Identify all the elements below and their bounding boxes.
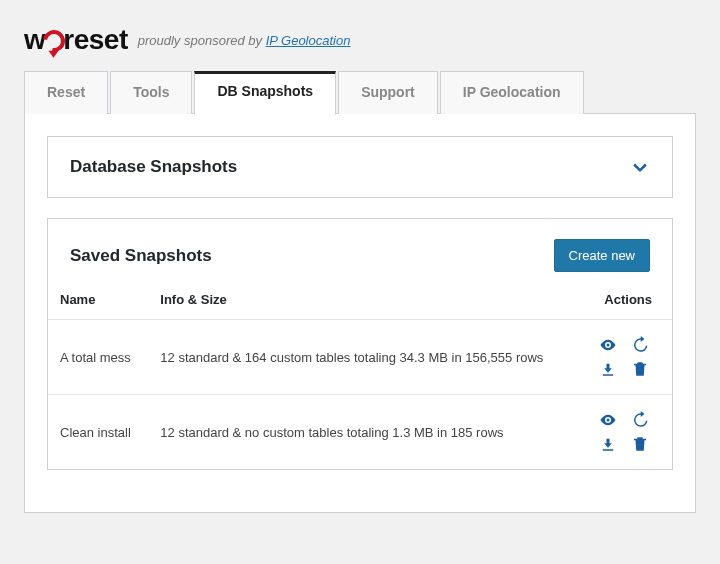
snapshot-info: 12 standard & no custom tables totaling …: [148, 395, 579, 470]
table-row: Clean install 12 standard & no custom ta…: [48, 395, 672, 470]
col-info: Info & Size: [148, 282, 579, 320]
tab-reset[interactable]: Reset: [24, 71, 108, 114]
saved-snapshots-header: Saved Snapshots Create new: [48, 219, 672, 282]
plugin-header: wreset proudly sponsored by IP Geolocati…: [24, 18, 696, 70]
create-new-button[interactable]: Create new: [554, 239, 650, 272]
trash-icon[interactable]: [631, 360, 649, 378]
snapshot-actions: [579, 395, 672, 470]
chevron-down-icon: [630, 157, 650, 177]
tab-bar: Reset Tools DB Snapshots Support IP Geol…: [24, 70, 696, 114]
col-actions: Actions: [579, 282, 672, 320]
snapshot-info: 12 standard & 164 custom tables totaling…: [148, 320, 579, 395]
restore-icon[interactable]: [631, 411, 649, 429]
tab-ip-geolocation[interactable]: IP Geolocation: [440, 71, 584, 114]
sponsor-link[interactable]: IP Geolocation: [266, 33, 351, 48]
table-row: A total mess 12 standard & 164 custom ta…: [48, 320, 672, 395]
restore-icon[interactable]: [631, 336, 649, 354]
trash-icon[interactable]: [631, 435, 649, 453]
snapshot-actions: [579, 320, 672, 395]
tab-tools[interactable]: Tools: [110, 71, 192, 114]
database-snapshots-title: Database Snapshots: [70, 157, 237, 177]
eye-icon[interactable]: [599, 411, 617, 429]
sponsor-text: proudly sponsored by IP Geolocation: [138, 33, 351, 48]
snapshot-name: Clean install: [48, 395, 148, 470]
eye-icon[interactable]: [599, 336, 617, 354]
snapshots-table: Name Info & Size Actions A total mess 12…: [48, 282, 672, 469]
tab-content: Database Snapshots Saved Snapshots Creat…: [24, 114, 696, 513]
snapshot-name: A total mess: [48, 320, 148, 395]
download-icon[interactable]: [599, 360, 617, 378]
tab-support[interactable]: Support: [338, 71, 438, 114]
database-snapshots-panel: Database Snapshots: [47, 136, 673, 198]
wpreset-logo: wreset: [24, 24, 128, 56]
tab-db-snapshots[interactable]: DB Snapshots: [194, 71, 336, 115]
saved-snapshots-panel: Saved Snapshots Create new Name Info & S…: [47, 218, 673, 470]
col-name: Name: [48, 282, 148, 320]
saved-snapshots-title: Saved Snapshots: [70, 246, 212, 266]
database-snapshots-header[interactable]: Database Snapshots: [48, 137, 672, 197]
download-icon[interactable]: [599, 435, 617, 453]
